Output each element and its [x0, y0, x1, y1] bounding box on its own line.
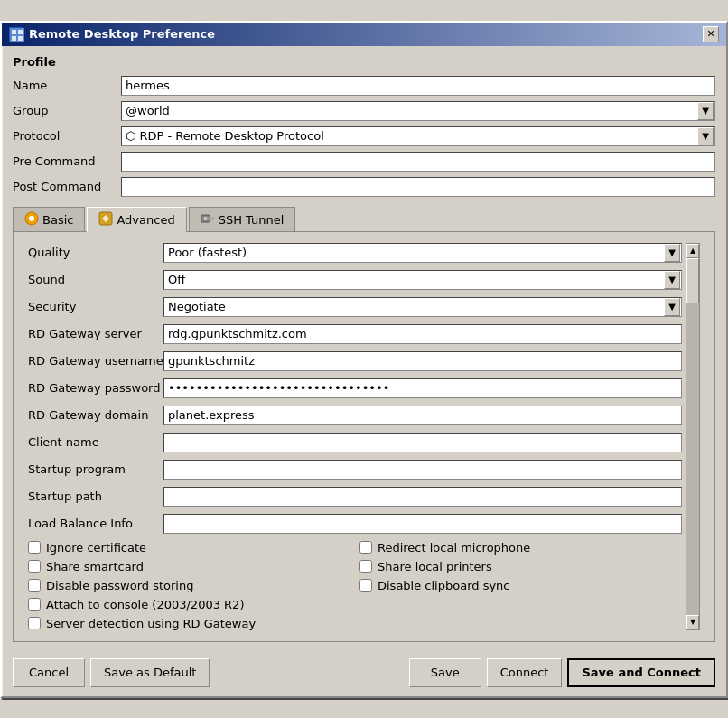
share-printers-checkbox[interactable] [359, 560, 372, 573]
post-command-input[interactable] [121, 177, 715, 197]
save-button[interactable]: Save [409, 658, 481, 687]
disable-password-checkbox[interactable] [28, 579, 41, 592]
footer-left-buttons: Cancel Save as Default [13, 658, 210, 687]
share-smartcard-label: Share smartcard [46, 560, 144, 573]
checkbox-server-detection: Server detection using RD Gateway [28, 617, 350, 630]
checkbox-share-printers: Share local printers [359, 560, 682, 573]
scroll-thumb[interactable] [686, 258, 699, 303]
startup-path-input[interactable] [163, 487, 682, 507]
window-icon [9, 27, 23, 42]
group-select-wrapper: @world ▼ [121, 101, 715, 121]
group-label: Group [13, 104, 121, 117]
content-area: Profile Name Group @world ▼ Protocol ⬡ R… [2, 46, 726, 651]
tab-ssh-tunnel[interactable]: SSH Tunnel [189, 207, 296, 232]
scrollbar[interactable]: ▲ ▼ [686, 243, 700, 630]
server-detection-checkbox[interactable] [28, 617, 41, 629]
protocol-select[interactable]: ⬡ RDP - Remote Desktop Protocol [121, 126, 715, 146]
client-name-label: Client name [28, 435, 163, 449]
pre-command-label: Pre Command [13, 154, 121, 168]
startup-program-label: Startup program [28, 462, 163, 476]
scroll-up-button[interactable]: ▲ [686, 244, 699, 258]
svg-rect-4 [18, 36, 23, 41]
rd-gateway-password-row: RD Gateway password [28, 378, 682, 398]
ignore-cert-checkbox[interactable] [28, 541, 41, 554]
rd-gateway-domain-row: RD Gateway domain [28, 406, 682, 425]
startup-program-input[interactable] [163, 460, 682, 480]
checkbox-disable-password: Disable password storing [28, 579, 350, 592]
tab-panel-advanced: Quality Poor (fastest) Medium Good Best … [13, 231, 715, 642]
ignore-cert-label: Ignore certificate [46, 541, 146, 555]
name-row: Name [13, 76, 715, 96]
tab-bar: Basic Advanced [13, 206, 715, 231]
quality-select-wrapper: Poor (fastest) Medium Good Best ▼ [163, 243, 682, 263]
protocol-row: Protocol ⬡ RDP - Remote Desktop Protocol… [13, 126, 715, 146]
security-select-wrapper: Negotiate RDP TLS NLA ▼ [163, 297, 682, 317]
sound-select[interactable]: Off Local Remote [163, 270, 682, 290]
post-command-label: Post Command [13, 180, 121, 193]
sound-row: Sound Off Local Remote ▼ [28, 270, 682, 290]
client-name-input[interactable] [163, 433, 682, 452]
profile-section-label: Profile [13, 55, 715, 69]
footer: Cancel Save as Default Save Connect Save… [2, 651, 726, 696]
startup-path-label: Startup path [28, 490, 163, 503]
quality-label: Quality [28, 246, 163, 259]
redirect-mic-label: Redirect local microphone [378, 541, 530, 555]
pre-command-input[interactable] [121, 152, 715, 172]
cancel-button[interactable]: Cancel [13, 658, 85, 687]
rd-gateway-username-row: RD Gateway username [28, 351, 682, 371]
tab-advanced-label: Advanced [117, 213, 174, 227]
title-bar: Remote Desktop Preference ✕ [2, 23, 726, 46]
disable-password-label: Disable password storing [46, 579, 193, 592]
attach-console-label: Attach to console (2003/2003 R2) [46, 598, 244, 611]
main-window: Remote Desktop Preference ✕ Profile Name… [0, 21, 728, 698]
checkboxes-area: Ignore certificate Redirect local microp… [28, 541, 682, 630]
disable-clipboard-label: Disable clipboard sync [378, 579, 510, 592]
group-select[interactable]: @world [121, 101, 715, 121]
connect-button[interactable]: Connect [487, 658, 563, 687]
tab-basic[interactable]: Basic [13, 207, 85, 232]
checkbox-share-smartcard: Share smartcard [28, 560, 350, 573]
rd-gateway-domain-label: RD Gateway domain [28, 408, 163, 422]
post-command-row: Post Command [13, 177, 715, 197]
security-label: Security [28, 300, 163, 313]
protocol-label: Protocol [13, 129, 121, 143]
basic-icon [24, 211, 39, 228]
security-row: Security Negotiate RDP TLS NLA ▼ [28, 297, 682, 317]
startup-program-row: Startup program [28, 460, 682, 480]
rd-gateway-password-label: RD Gateway password [28, 381, 163, 395]
redirect-mic-checkbox[interactable] [359, 541, 372, 554]
svg-rect-10 [209, 217, 214, 220]
quality-select[interactable]: Poor (fastest) Medium Good Best [163, 243, 682, 263]
close-button[interactable]: ✕ [703, 26, 719, 42]
ssh-icon [201, 211, 215, 228]
rd-gateway-server-input[interactable] [163, 324, 682, 344]
load-balance-input[interactable] [163, 514, 682, 534]
share-printers-label: Share local printers [378, 560, 492, 573]
window-title: Remote Desktop Preference [29, 27, 215, 41]
name-label: Name [13, 79, 121, 92]
checkbox-attach-console: Attach to console (2003/2003 R2) [28, 598, 350, 611]
sound-select-wrapper: Off Local Remote ▼ [163, 270, 682, 290]
name-input[interactable] [121, 76, 715, 96]
rd-gateway-domain-input[interactable] [163, 406, 682, 425]
svg-rect-3 [12, 36, 16, 41]
save-default-button[interactable]: Save as Default [90, 658, 210, 687]
advanced-icon [98, 211, 113, 228]
svg-rect-2 [18, 30, 23, 34]
scroll-down-button[interactable]: ▼ [686, 615, 699, 629]
svg-point-9 [203, 217, 207, 220]
quality-row: Quality Poor (fastest) Medium Good Best … [28, 243, 682, 263]
protocol-select-wrapper: ⬡ RDP - Remote Desktop Protocol ▼ [121, 126, 715, 146]
attach-console-checkbox[interactable] [28, 598, 41, 611]
rd-gateway-server-label: RD Gateway server [28, 327, 163, 340]
tab-basic-label: Basic [42, 213, 73, 227]
tab-advanced[interactable]: Advanced [87, 207, 186, 232]
security-select[interactable]: Negotiate RDP TLS NLA [163, 297, 682, 317]
startup-path-row: Startup path [28, 487, 682, 507]
disable-clipboard-checkbox[interactable] [359, 579, 372, 592]
save-connect-button[interactable]: Save and Connect [567, 658, 715, 687]
rd-gateway-password-input[interactable] [163, 378, 682, 398]
group-row: Group @world ▼ [13, 101, 715, 121]
rd-gateway-username-input[interactable] [163, 351, 682, 371]
share-smartcard-checkbox[interactable] [28, 560, 41, 573]
